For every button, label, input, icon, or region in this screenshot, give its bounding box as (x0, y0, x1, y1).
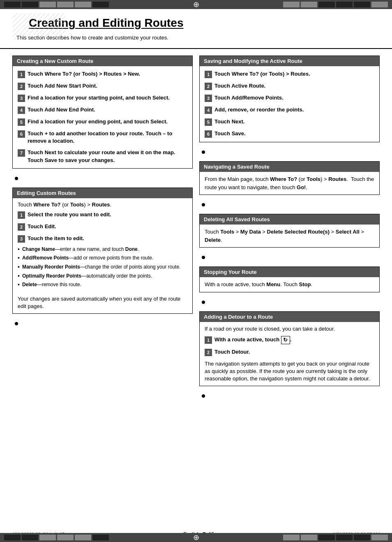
diagonal-decoration (12, 13, 66, 40)
navigating-section-header: Navigating a Saved Route (200, 162, 379, 172)
left-column: Creating a New Custom Route 1 Touch Wher… (12, 56, 193, 399)
bar-seg-r1 (283, 2, 300, 7)
bullet-text-2: Add/Remove Points—add or remove points f… (22, 255, 153, 262)
detour-step-num-2: 2 (205, 349, 212, 356)
bar-seg-2 (22, 2, 38, 7)
edit-step-1: 1 Select the route you want to edit. (18, 211, 187, 219)
bullet-add-remove: Add/Remove Points—add or remove points f… (18, 255, 187, 262)
saving-step-text-5: Touch Next. (214, 118, 244, 125)
svg-rect-1 (12, 13, 66, 40)
edit-intro-text: Touch Where To? (or Tools) > Routes. (13, 198, 192, 209)
bot-seg-r6 (371, 535, 388, 540)
bar-seg-r3 (318, 2, 335, 7)
saving-step-3: 3 Touch Add/Remove Points. (205, 94, 374, 102)
bar-seg-5 (75, 2, 91, 7)
header-area: Creating and Editing Routes This section… (0, 9, 392, 49)
edit-step-text-3: Touch the item to edit. (28, 235, 84, 242)
bullet-change-name: Change Name—enter a new name, and touch … (18, 246, 187, 254)
create-section-body: 1 Touch Where To? (or Tools) > Routes > … (13, 66, 192, 168)
bar-seg-r4 (336, 2, 353, 7)
bullet-delete: Delete—remove this route. (18, 281, 187, 289)
edit-step-3: 3 Touch the item to edit. (18, 235, 187, 243)
bar-seg-4 (57, 2, 74, 7)
bar-seg-r6 (371, 2, 388, 7)
bullet-dot-5 (202, 256, 205, 259)
detour-arrow-icon: ↻ (281, 336, 290, 344)
edit-step-num-1: 1 (18, 211, 25, 219)
detour-step-num-1: 1 (205, 336, 212, 344)
saving-step-text-3: Touch Add/Remove Points. (214, 94, 284, 102)
detour-closing-text: The navigation system attempts to get yo… (205, 360, 374, 383)
bullet-dot-4 (202, 203, 205, 206)
create-step-6: 6 Touch + to add another location to you… (18, 130, 187, 145)
bot-seg-r2 (301, 535, 317, 540)
create-step-1: 1 Touch Where To? (or Tools) > Routes > … (18, 70, 187, 78)
step-text-2: Touch Add New Start Point. (28, 82, 97, 90)
detour-section: Adding a Detour to a Route If a road on … (199, 311, 380, 387)
bar-seg-6 (92, 2, 109, 7)
saving-section-header: Saving and Modifying the Active Route (200, 56, 379, 66)
edit-step-text-2: Touch Edit. (28, 223, 56, 230)
bot-seg-1 (4, 535, 21, 540)
step-text-7: Touch Next to calculate your route and v… (28, 149, 187, 164)
step-num-2: 2 (18, 83, 25, 90)
create-step-3: 3 Find a location for your starting poin… (18, 94, 187, 102)
right-column: Saving and Modifying the Active Route 1 … (199, 56, 380, 399)
bot-seg-r1 (283, 535, 300, 540)
detour-step-text-2: Touch Detour. (214, 348, 250, 356)
edit-step-text-1: Select the route you want to edit. (28, 211, 111, 218)
step-num-5: 5 (18, 118, 25, 126)
navigating-section: Navigating a Saved Route From the Main p… (199, 161, 380, 195)
navigating-section-body: From the Main page, touch Where To? (or … (200, 172, 379, 195)
saving-step-text-2: Touch Active Route. (214, 82, 265, 90)
detour-step-2: 2 Touch Detour. (205, 348, 374, 356)
detour-intro: If a road on your route is closed, you c… (205, 325, 374, 333)
bot-seg-r3 (318, 535, 335, 540)
bullet-dot-3 (202, 151, 205, 154)
saving-step-5: 5 Touch Next. (205, 118, 374, 126)
saving-section-body: 1 Touch Where To? (or Tools) > Routes. 2… (200, 66, 379, 142)
top-bar-right-segments (283, 2, 388, 7)
stopping-section-body: With a route active, touch Menu. Touch S… (200, 277, 379, 292)
step-text-6: Touch + to add another location to your … (28, 130, 187, 145)
create-section-header: Creating a New Custom Route (13, 56, 192, 66)
saving-step-6: 6 Touch Save. (205, 130, 374, 138)
subtitle: This section describes how to create and… (16, 35, 376, 41)
create-step-4: 4 Touch Add New End Point. (18, 106, 187, 114)
edit-step-num-3: 3 (18, 235, 25, 243)
bottom-bar-right-segments (283, 535, 388, 540)
saving-step-4: 4 Add, remove, or reorder the points. (205, 106, 374, 114)
saving-step-num-6: 6 (205, 130, 212, 138)
bullet-optimally-reorder: Optimally Reorder Points—automatically o… (18, 273, 187, 280)
bot-seg-r4 (336, 535, 353, 540)
bullet-dot-6 (202, 301, 205, 304)
saving-step-2: 2 Touch Active Route. (205, 82, 374, 90)
saving-step-num-5: 5 (205, 118, 212, 126)
bot-seg-2 (22, 535, 38, 540)
edit-bullet-list: Change Name—enter a new name, and touch … (13, 244, 192, 294)
saving-step-1: 1 Touch Where To? (or Tools) > Routes. (205, 70, 374, 78)
saving-step-text-6: Touch Save. (214, 130, 246, 137)
saving-step-text-1: Touch Where To? (or Tools) > Routes. (214, 70, 310, 78)
saving-step-num-4: 4 (205, 107, 212, 114)
bar-seg-1 (4, 2, 21, 7)
top-decorative-bar (0, 0, 392, 9)
step-text-5: Find a location for your ending point, a… (28, 118, 168, 125)
bullet-text-1: Change Name—enter a new name, and touch … (22, 246, 139, 253)
top-crosshair-icon (191, 0, 201, 9)
step-num-4: 4 (18, 107, 25, 114)
bullet-text-5: Delete—remove this route. (22, 281, 81, 288)
step-text-3: Find a location for your starting point,… (28, 94, 170, 102)
bullet-text-4: Optimally Reorder Points—automatically o… (22, 273, 152, 280)
bullet-dot-2 (15, 322, 18, 325)
saving-step-num-1: 1 (205, 71, 212, 78)
create-custom-route-section: Creating a New Custom Route 1 Touch Wher… (12, 56, 193, 169)
stopping-section: Stopping Your Route With a route active,… (199, 266, 380, 292)
step-num-7: 7 (18, 149, 25, 157)
bot-seg-3 (39, 535, 56, 540)
stopping-section-header: Stopping Your Route (200, 267, 379, 277)
step-text-1: Touch Where To? (or Tools) > Routes > Ne… (28, 70, 140, 78)
step-num-6: 6 (18, 130, 25, 138)
bullet-text-3: Manually Reorder Points—change the order… (22, 264, 181, 271)
create-step-7: 7 Touch Next to calculate your route and… (18, 149, 187, 164)
